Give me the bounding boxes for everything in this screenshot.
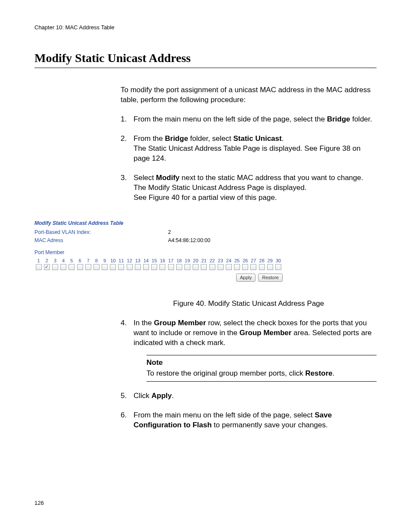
- port-number-label: 26: [241, 258, 249, 264]
- port-number-label: 12: [125, 258, 134, 264]
- port-checkbox[interactable]: [234, 264, 240, 270]
- step-text: From the main menu on the left side of t…: [134, 411, 315, 419]
- port-column: 26: [241, 258, 249, 270]
- port-number-label: 16: [159, 258, 167, 264]
- page-number: 126: [34, 500, 44, 506]
- port-checkbox[interactable]: [36, 264, 42, 270]
- port-checkbox[interactable]: [127, 264, 133, 270]
- port-checkbox[interactable]: [93, 264, 100, 270]
- port-checkbox[interactable]: [250, 264, 256, 270]
- step-6: 6. From the main menu on the left side o…: [121, 411, 377, 430]
- port-checkbox[interactable]: [52, 264, 58, 270]
- step-1: 1. From the main menu on the left side o…: [121, 115, 377, 124]
- group-member-bold: Group Member: [240, 329, 292, 337]
- step-text: The Static Unicast Address Table Page is…: [134, 144, 361, 162]
- port-checkbox[interactable]: [176, 264, 182, 270]
- port-number-label: 27: [249, 258, 258, 264]
- port-column: 9: [101, 258, 109, 270]
- port-column: 5: [68, 258, 76, 270]
- port-column: 1: [34, 258, 43, 270]
- port-column: 10: [109, 258, 117, 270]
- port-number-label: 8: [92, 258, 100, 264]
- port-column: 13: [134, 258, 142, 270]
- port-checkbox[interactable]: [110, 264, 116, 270]
- port-checkbox[interactable]: [135, 264, 141, 270]
- port-number-label: 4: [59, 258, 68, 264]
- port-checkbox[interactable]: [151, 264, 157, 270]
- port-column: 20: [192, 258, 200, 270]
- port-number-label: 5: [68, 258, 76, 264]
- vlan-value: 2: [168, 229, 171, 236]
- port-checkbox[interactable]: [193, 264, 199, 270]
- static-unicast-bold: Static Unicast: [233, 134, 281, 143]
- port-column: 12: [125, 258, 134, 270]
- port-column: 11: [117, 258, 125, 270]
- port-column: 14: [142, 258, 150, 270]
- port-column: 30: [274, 258, 282, 270]
- step-text: In the: [134, 319, 154, 327]
- vlan-label: Port-Based VLAN Index:: [34, 229, 168, 236]
- step-number: 1.: [121, 115, 127, 124]
- port-number-label: 30: [274, 258, 282, 264]
- figure-40: Modify Static Unicast Address Table Port…: [34, 220, 377, 282]
- port-checkbox[interactable]: [209, 264, 215, 270]
- port-number-label: 3: [51, 258, 59, 264]
- figure-inner-title: Modify Static Unicast Address Table: [34, 220, 377, 227]
- port-column: 8: [92, 258, 100, 270]
- port-number-label: 15: [150, 258, 159, 264]
- step-text: Click: [134, 392, 152, 400]
- port-checkbox[interactable]: [218, 264, 224, 270]
- vlan-row: Port-Based VLAN Index: 2: [34, 229, 377, 236]
- note-block: Note To restore the original group membe…: [146, 355, 377, 382]
- port-checkbox[interactable]: [102, 264, 108, 270]
- port-member-label: Port Member: [34, 249, 377, 256]
- port-number-label: 21: [200, 258, 208, 264]
- group-member-bold: Group Member: [154, 319, 206, 327]
- apply-button[interactable]: Apply: [236, 274, 256, 282]
- port-number-label: 29: [266, 258, 274, 264]
- port-checkbox[interactable]: [267, 264, 273, 270]
- port-checkbox[interactable]: [118, 264, 124, 270]
- mac-row: MAC Adress A4:54:86:12:00:00: [34, 237, 377, 244]
- restore-button[interactable]: Restore: [258, 274, 283, 282]
- port-number-label: 6: [76, 258, 84, 264]
- port-number-label: 17: [167, 258, 175, 264]
- note-text-part: .: [333, 369, 335, 377]
- port-column: 4: [59, 258, 68, 270]
- restore-bold: Restore: [305, 369, 333, 377]
- port-checkbox[interactable]: [85, 264, 91, 270]
- document-page: Chapter 10: MAC Address Table Modify Sta…: [0, 0, 411, 532]
- port-number-label: 11: [117, 258, 125, 264]
- port-column: 17: [167, 258, 175, 270]
- port-checkbox[interactable]: [68, 264, 75, 270]
- note-text-part: To restore the original group member por…: [146, 369, 305, 377]
- port-checkbox[interactable]: [44, 264, 50, 270]
- port-checkbox[interactable]: [226, 264, 232, 270]
- port-number-label: 22: [208, 258, 216, 264]
- port-checkbox[interactable]: [275, 264, 281, 270]
- port-checkbox[interactable]: [184, 264, 190, 270]
- figure-button-row: Apply Restore: [34, 274, 283, 282]
- port-checkbox[interactable]: [242, 264, 248, 270]
- figure-caption: Figure 40. Modify Static Unicast Address…: [121, 299, 377, 309]
- port-checkbox[interactable]: [259, 264, 265, 270]
- port-number-label: 20: [192, 258, 200, 264]
- port-checkbox[interactable]: [143, 264, 149, 270]
- port-checkbox[interactable]: [159, 264, 165, 270]
- port-checkbox[interactable]: [77, 264, 83, 270]
- port-checkbox[interactable]: [201, 264, 207, 270]
- step-3: 3. Select Modify next to the static MAC …: [121, 173, 377, 203]
- chapter-header: Chapter 10: MAC Address Table: [34, 24, 377, 31]
- step-text: From the: [134, 134, 165, 143]
- port-checkbox[interactable]: [60, 264, 66, 270]
- port-number-label: 9: [101, 258, 109, 264]
- port-checkbox[interactable]: [168, 264, 174, 270]
- intro-text: To modify the port assignment of a unica…: [121, 85, 377, 105]
- mac-value: A4:54:86:12:00:00: [168, 237, 210, 244]
- port-column: 28: [258, 258, 266, 270]
- step-text: .: [282, 134, 284, 143]
- step-text: See Figure 40 for a partial view of this…: [134, 193, 277, 202]
- port-column: 15: [150, 258, 159, 270]
- port-column: 7: [84, 258, 92, 270]
- port-number-label: 18: [175, 258, 183, 264]
